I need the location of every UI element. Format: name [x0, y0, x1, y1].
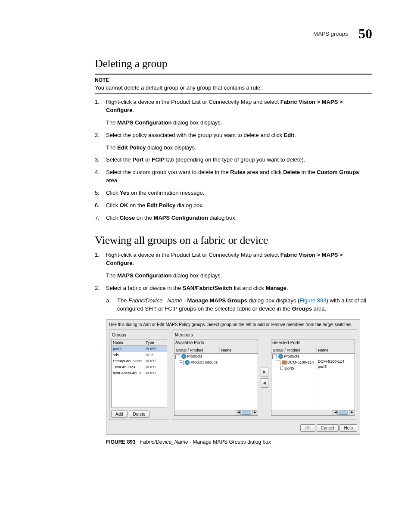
figure-893: Use this dialog to Add or Edit MAPS Poli…	[106, 319, 360, 435]
port-icon	[280, 367, 284, 370]
tree-item[interactable]: –Products	[174, 354, 258, 360]
table-row[interactable]: sds SFP	[112, 352, 167, 358]
table-row[interactable]: EmptyGroupTest PORT	[112, 358, 167, 364]
step-4: Select the custom group you want to dele…	[106, 168, 372, 185]
view-substep-a: The Fabric/Device _Name - Manage MAPS Gr…	[117, 297, 372, 313]
col-name[interactable]: Name	[317, 347, 355, 353]
expand-icon[interactable]: +	[179, 361, 184, 365]
section-title-deleting: Deleting a group	[95, 57, 372, 70]
add-button[interactable]: Add	[111, 411, 128, 418]
available-ports-subpanel: Available Ports Group / Product Name –Pr…	[174, 339, 258, 416]
step-2-result: The Edit Policy dialog box displays.	[106, 144, 372, 152]
table-row[interactable]: TestGroup23 PORT	[112, 364, 167, 370]
tree-item[interactable]: –DCM-5100-114	[271, 360, 317, 366]
move-right-button[interactable]: ▶	[261, 367, 268, 376]
move-left-button[interactable]: ◀	[261, 378, 268, 388]
table-row[interactable]: testFenceGroup PORT	[112, 370, 167, 376]
section-rule	[95, 74, 372, 75]
transfer-arrows: ▶ ◀	[260, 339, 269, 416]
groups-table[interactable]: Name Type port5 PORT sds SFP EmptyGroupT…	[111, 339, 167, 408]
document-page: MAPS groups 50 Deleting a group NOTE You…	[0, 0, 411, 471]
view-step-1: Right-click a device in the Product List…	[106, 251, 372, 280]
available-ports-title: Available Ports	[174, 339, 258, 346]
cancel-button[interactable]: Cancel	[317, 424, 339, 432]
dialog-instruction: Use this dialog to Add or Edit MAPS Poli…	[109, 322, 357, 327]
members-panel: Members Available Ports Group / Product …	[172, 330, 357, 420]
step-6: Click OK on the Edit Policy dialog box.	[106, 202, 372, 210]
step-5: Click Yes on the confirmation message.	[106, 189, 372, 197]
view-step-1-result: The MAPS Configuration dialog box displa…	[106, 272, 372, 280]
scroll-right-icon[interactable]: ▶	[252, 410, 257, 415]
view-substeps: The Fabric/Device _Name - Manage MAPS Gr…	[106, 297, 372, 313]
cell: DCM-5100-114	[317, 359, 355, 364]
selected-ports-title: Selected Ports	[271, 339, 355, 346]
tree-item[interactable]: +Product Groups	[174, 360, 258, 366]
page-header: MAPS groups 50	[95, 26, 372, 42]
view-step-2: Select a fabric or device in the SAN/Fab…	[106, 284, 372, 313]
groups-title: Groups	[111, 332, 167, 338]
delete-button[interactable]: Delete	[129, 411, 150, 418]
table-row[interactable]: port5 PORT	[112, 346, 167, 352]
collapse-icon[interactable]: –	[272, 355, 277, 359]
scroll-left-icon[interactable]: ◀	[333, 410, 338, 415]
members-title: Members	[174, 332, 355, 338]
dialog-buttons: OK Cancel Help	[109, 424, 357, 432]
selected-ports-subpanel: Selected Ports Group / Product Name –Pro…	[271, 339, 355, 416]
scroll-right-icon[interactable]: ▶	[349, 410, 354, 415]
scroll-thumb[interactable]	[339, 411, 348, 415]
col-group-product[interactable]: Group / Product	[271, 347, 317, 353]
steps-viewing: Right-click a device in the Product List…	[95, 251, 372, 313]
step-7: Click Close on the MAPS Configuration di…	[106, 214, 372, 222]
note-label: NOTE	[95, 77, 372, 83]
scrollbar[interactable]: ◀ ▶	[271, 410, 355, 415]
globe-icon	[278, 354, 283, 359]
device-icon	[282, 361, 286, 364]
col-type[interactable]: Type	[144, 339, 167, 345]
col-name[interactable]: Name	[220, 347, 258, 353]
collapse-icon[interactable]: –	[276, 361, 280, 365]
figure-caption: FIGURE 893 Fabric/Device_Name - Manage M…	[106, 439, 372, 445]
step-2: Select the policy associated with the gr…	[106, 131, 372, 152]
header-breadcrumb: MAPS groups	[313, 31, 348, 37]
cell: port5	[317, 364, 355, 369]
globe-icon	[181, 354, 186, 359]
col-group-product[interactable]: Group / Product	[174, 347, 220, 353]
tree-item[interactable]: port5	[271, 366, 317, 371]
groups-panel: Groups Name Type port5 PORT sds SFP	[109, 330, 169, 420]
cell	[317, 354, 355, 359]
help-button[interactable]: Help	[339, 424, 357, 432]
steps-deleting: Right-click a device in the Product List…	[95, 98, 372, 222]
note-end-rule	[95, 93, 372, 94]
available-ports-table[interactable]: Group / Product Name –Products +Product …	[174, 347, 258, 416]
expand-icon[interactable]: –	[175, 355, 180, 359]
ok-button[interactable]: OK	[300, 424, 315, 432]
chapter-number: 50	[358, 26, 372, 41]
figure-link[interactable]: Figure 893	[299, 297, 326, 304]
scroll-thumb[interactable]	[242, 411, 251, 415]
tree-item[interactable]: –Products	[271, 354, 317, 360]
step-1-result: The MAPS Configuration dialog box displa…	[106, 119, 372, 127]
col-name[interactable]: Name	[112, 339, 144, 345]
scroll-left-icon[interactable]: ◀	[236, 410, 241, 415]
selected-ports-table[interactable]: Group / Product Name –Products –DCM-5100	[271, 347, 355, 416]
scrollbar[interactable]: ◀ ▶	[174, 410, 258, 415]
step-3: Select the Port or FCIP tab (depending o…	[106, 156, 372, 164]
globe-icon	[185, 360, 190, 365]
step-1: Right-click a device in the Product List…	[106, 98, 372, 127]
section-title-viewing: Viewing all groups on a fabric or device	[95, 234, 372, 247]
note-text: You cannot delete a default group or any…	[95, 84, 372, 92]
